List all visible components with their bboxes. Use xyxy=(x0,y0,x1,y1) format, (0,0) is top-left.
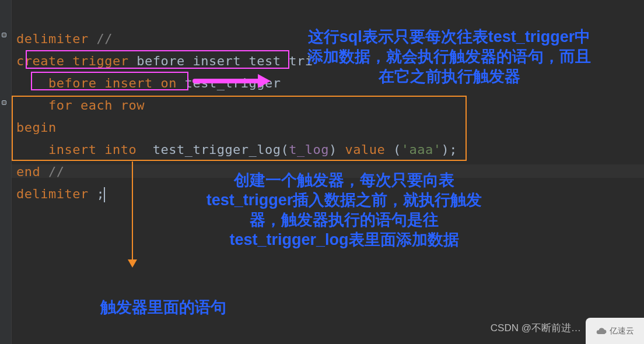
highlight-box-before-insert xyxy=(26,50,289,69)
highlight-box-body xyxy=(12,96,467,161)
arrow-right-icon xyxy=(192,72,274,90)
cloud-icon xyxy=(596,325,607,337)
annotation-explain-body: 触发器里面的语句 xyxy=(76,297,251,317)
delimiter-symbol: // xyxy=(96,31,113,46)
keyword: delimiter xyxy=(16,187,96,201)
watermark-yisu: 亿速云 xyxy=(586,318,644,344)
text-cursor xyxy=(104,187,105,202)
arrow-down-icon xyxy=(130,162,136,269)
keyword: end xyxy=(16,164,48,179)
annotation-explain-trigger: 这行sql表示只要每次往表test_trigger中添加数据，就会执行触发器的语… xyxy=(303,27,595,86)
watermark-csdn: CSDN @不断前进… xyxy=(491,321,581,335)
highlight-box-for-each-row xyxy=(31,72,188,90)
annotation-explain-create: 创建一个触发器，每次只要向表test_trigger插入数据之前，就执行触发器，… xyxy=(198,170,490,250)
fold-icon[interactable] xyxy=(2,33,6,37)
fold-icon[interactable] xyxy=(2,100,6,105)
delimiter-symbol: // xyxy=(48,164,65,179)
editor-gutter xyxy=(0,0,12,344)
keyword: delimiter xyxy=(16,31,96,46)
